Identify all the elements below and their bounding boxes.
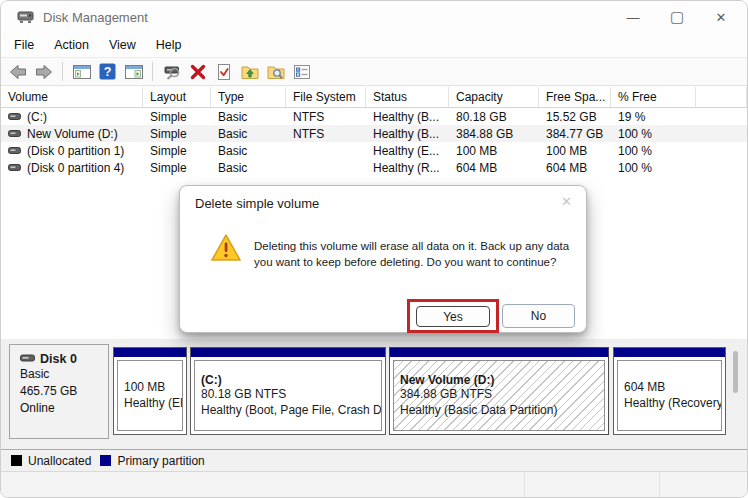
column-header-free-space[interactable]: Free Spa... [539,87,611,107]
toolbar: ? [1,57,747,86]
legend-unallocated: Unallocated [11,454,91,468]
column-header-file-system[interactable]: File System [286,87,366,107]
maximize-button[interactable]: ▢ [655,1,699,33]
primary-partition-swatch [100,455,111,466]
column-header-status[interactable]: Status [366,87,449,107]
back-arrow-icon[interactable] [7,61,28,82]
column-header-filler [696,87,747,107]
volume-drive-icon [8,146,21,155]
primary-partition-bar [114,348,186,357]
table-row-new-volume-d[interactable]: New Volume (D:) Simple Basic NTFS Health… [1,125,747,142]
unallocated-swatch [11,455,22,466]
column-header-capacity[interactable]: Capacity [449,87,539,107]
menu-action[interactable]: Action [54,38,89,52]
partition-c[interactable]: (C:) 80.18 GB NTFS Healthy (Boot, Page F… [190,347,386,435]
title-bar: Disk Management — ▢ ✕ [1,1,747,33]
toolbar-separator [152,62,153,81]
help-topics-icon[interactable] [291,61,312,82]
column-header-layout[interactable]: Layout [143,87,211,107]
warning-icon [210,233,242,267]
red-annotation-box: Yes [407,299,499,333]
volume-table-header: Volume Layout Type File System Status Ca… [1,87,747,108]
toolbar-separator [62,62,63,81]
partition-recovery[interactable]: 604 MB Healthy (Recovery [613,347,726,435]
table-row-partition-4[interactable]: (Disk 0 partition 4) Simple Basic Health… [1,159,747,176]
disk-graphical-pane: Disk 0 Basic 465.75 GB Online 100 MB Hea… [1,339,747,449]
disk-0-label-panel[interactable]: Disk 0 Basic 465.75 GB Online [9,344,109,439]
help-icon[interactable]: ? [97,61,118,82]
disk-management-window: Disk Management — ▢ ✕ File Action View H… [0,0,748,498]
primary-partition-bar [390,348,608,357]
properties-check-icon[interactable] [213,61,234,82]
column-header-pct-free[interactable]: % Free [611,87,696,107]
column-header-type[interactable]: Type [211,87,286,107]
primary-partition-bar [191,348,385,357]
disk-size: 465.75 GB [20,383,108,400]
disk-management-app-icon [17,11,34,24]
partition-efi[interactable]: 100 MB Healthy (EFI [113,347,187,435]
menu-view[interactable]: View [109,38,136,52]
window-title: Disk Management [43,10,148,25]
delete-simple-volume-dialog: Delete simple volume ✕ Deleting this vol… [179,185,587,333]
menu-file[interactable]: File [14,38,34,52]
status-bar-divider [659,472,660,498]
status-bar [1,471,747,498]
folder-up-icon[interactable] [239,61,260,82]
dialog-close-icon[interactable]: ✕ [561,194,572,209]
menu-bar: File Action View Help [1,33,747,57]
dialog-title: Delete simple volume [195,196,319,211]
svg-text:?: ? [104,65,112,79]
column-header-volume[interactable]: Volume [1,87,143,107]
menu-help[interactable]: Help [156,38,182,52]
folder-search-icon[interactable] [265,61,286,82]
disk-type: Basic [20,366,108,383]
forward-arrow-icon[interactable] [33,61,54,82]
show-action-pane-icon[interactable] [123,61,144,82]
disk-status: Online [20,400,108,417]
primary-partition-bar [614,348,725,357]
close-button[interactable]: ✕ [699,1,743,33]
disk-drive-icon [20,352,35,366]
volume-drive-icon [8,112,21,121]
inspect-drive-icon[interactable] [161,61,182,82]
no-button[interactable]: No [502,304,575,328]
disk-name: Disk 0 [40,352,77,366]
table-row-partition-1[interactable]: (Disk 0 partition 1) Simple Basic Health… [1,142,747,159]
volume-drive-icon [8,163,21,172]
delete-volume-icon[interactable] [187,61,208,82]
table-row-c[interactable]: (C:) Simple Basic NTFS Healthy (B... 80.… [1,108,747,125]
minimize-button[interactable]: — [611,1,655,33]
yes-button[interactable]: Yes [416,306,490,327]
show-console-tree-icon[interactable] [71,61,92,82]
volume-drive-icon [8,129,21,138]
vertical-scrollbar[interactable] [733,351,738,393]
legend-primary-partition: Primary partition [100,454,204,468]
partition-new-volume-d[interactable]: New Volume (D:) 384.88 GB NTFS Healthy (… [389,347,609,435]
dialog-message: Deleting this volume will erase all data… [254,238,578,270]
status-bar-divider [524,472,525,498]
legend-bar: Unallocated Primary partition [1,449,747,471]
